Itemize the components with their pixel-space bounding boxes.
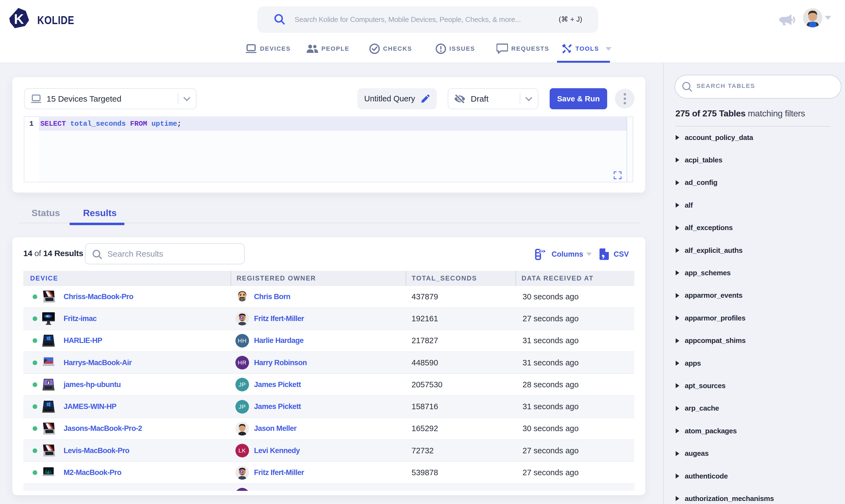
svg-text:K: K <box>241 470 243 473</box>
svg-text:K: K <box>14 12 24 27</box>
svg-text:&$!#%: &$!#% <box>240 298 245 300</box>
svg-text:K: K <box>241 316 243 319</box>
